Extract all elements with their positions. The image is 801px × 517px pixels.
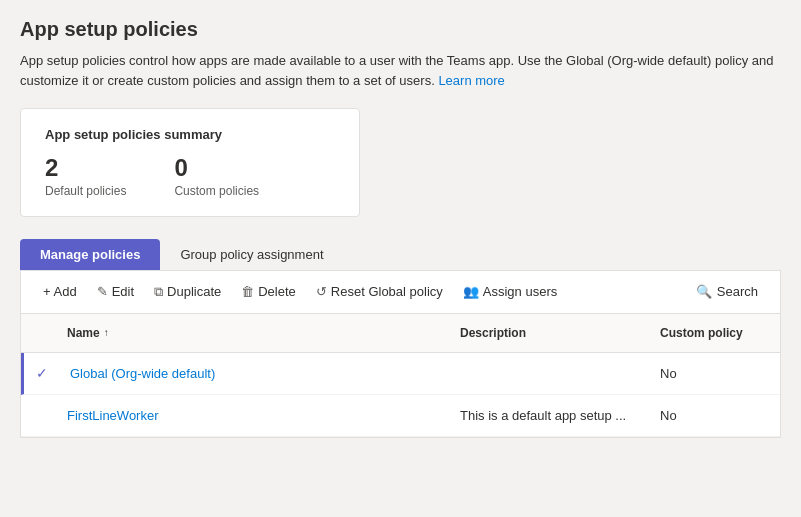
search-icon: 🔍: [696, 284, 712, 299]
th-check: [21, 322, 57, 344]
summary-stats: 2 Default policies 0 Custom policies: [45, 154, 335, 198]
tab-manage-policies[interactable]: Manage policies: [20, 239, 160, 270]
reset-icon: ↺: [316, 284, 327, 299]
policies-table: Name ↑ Description Custom policy ✓ Globa…: [20, 313, 781, 438]
page-description: App setup policies control how apps are …: [20, 51, 781, 90]
reset-global-policy-button[interactable]: ↺ Reset Global policy: [306, 279, 453, 304]
default-policies-label: Default policies: [45, 184, 126, 198]
learn-more-link[interactable]: Learn more: [438, 73, 504, 88]
delete-icon: 🗑: [241, 284, 254, 299]
tabs-row: Manage policies Group policy assignment: [20, 239, 781, 270]
summary-title: App setup policies summary: [45, 127, 335, 142]
delete-button[interactable]: 🗑 Delete: [231, 279, 306, 304]
custom-policies-stat: 0 Custom policies: [174, 154, 259, 198]
assign-users-icon: 👥: [463, 284, 479, 299]
duplicate-icon: ⧉: [154, 284, 163, 300]
assign-users-button[interactable]: 👥 Assign users: [453, 279, 567, 304]
row-description-2: This is a default app setup ...: [450, 398, 650, 433]
row-name-1[interactable]: Global (Org-wide default): [60, 356, 450, 391]
row-custom-policy-1: No: [650, 356, 780, 391]
th-name[interactable]: Name ↑: [57, 322, 450, 344]
table-row[interactable]: ✓ Global (Org-wide default) No: [21, 353, 780, 395]
sort-arrow-name: ↑: [104, 327, 109, 338]
duplicate-button[interactable]: ⧉ Duplicate: [144, 279, 231, 305]
tab-group-policy-assignment[interactable]: Group policy assignment: [160, 239, 343, 270]
page-container: App setup policies App setup policies co…: [0, 0, 801, 517]
row-check-1: ✓: [24, 365, 60, 381]
th-custom-policy: Custom policy: [650, 322, 780, 344]
add-button[interactable]: + Add: [33, 279, 87, 304]
edit-icon: ✎: [97, 284, 108, 299]
table-header: Name ↑ Description Custom policy: [21, 314, 780, 353]
search-button[interactable]: 🔍 Search: [686, 279, 768, 304]
default-policies-count: 2: [45, 154, 126, 183]
row-description-1: [450, 363, 650, 383]
checkmark-icon: ✓: [36, 365, 48, 381]
summary-card: App setup policies summary 2 Default pol…: [20, 108, 360, 217]
custom-policies-label: Custom policies: [174, 184, 259, 198]
row-custom-policy-2: No: [650, 398, 780, 433]
toolbar: + Add ✎ Edit ⧉ Duplicate 🗑 Delete ↺ Rese…: [20, 270, 781, 313]
row-name-2[interactable]: FirstLineWorker: [57, 398, 450, 433]
th-description: Description: [450, 322, 650, 344]
page-title: App setup policies: [20, 18, 781, 41]
default-policies-stat: 2 Default policies: [45, 154, 126, 198]
custom-policies-count: 0: [174, 154, 259, 183]
edit-button[interactable]: ✎ Edit: [87, 279, 144, 304]
table-row[interactable]: FirstLineWorker This is a default app se…: [21, 395, 780, 437]
